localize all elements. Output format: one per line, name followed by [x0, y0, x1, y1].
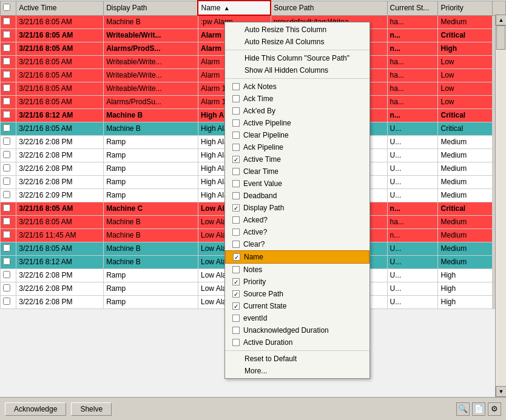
menu-item[interactable]: Active?: [225, 226, 369, 238]
header-current-state[interactable]: Current St...: [387, 1, 438, 15]
menu-item[interactable]: Active Time: [225, 153, 369, 165]
menu-item[interactable]: Event Value: [225, 178, 369, 190]
row-current-state: U...: [387, 188, 438, 202]
vertical-scrollbar[interactable]: ▲ ▼: [495, 15, 506, 397]
row-priority: Medium: [438, 162, 493, 175]
row-current-state: n...: [387, 42, 438, 55]
header-active-time[interactable]: Active Time: [16, 1, 104, 15]
row-checkbox-cell[interactable]: [1, 162, 16, 175]
scroll-thumb[interactable]: [496, 25, 505, 50]
search-icon-btn[interactable]: 🔍: [456, 402, 470, 416]
menu-item[interactable]: Active Duration: [225, 336, 369, 348]
menu-item[interactable]: Ack Time: [225, 93, 369, 105]
row-current-state: U...: [387, 242, 438, 255]
header-checkbox[interactable]: [1, 1, 16, 15]
menu-item[interactable]: Show All Hidden Columns: [225, 64, 369, 76]
row-display-path: Writeable/Write...: [104, 55, 198, 68]
menu-item[interactable]: Unacknowledged Duration: [225, 324, 369, 336]
row-checkbox-cell[interactable]: [1, 282, 16, 295]
scroll-up-arrow[interactable]: ▲: [496, 15, 506, 25]
row-checkbox-cell[interactable]: [1, 202, 16, 215]
menu-item-label: Priority: [243, 278, 266, 286]
row-checkbox-cell[interactable]: [1, 68, 16, 82]
row-display-path: Ramp: [104, 282, 198, 295]
row-current-state: U...: [387, 122, 438, 135]
menu-checkbox: [232, 119, 240, 127]
menu-item[interactable]: Notes: [225, 264, 369, 276]
row-checkbox-cell[interactable]: [1, 188, 16, 202]
header-display-path[interactable]: Display Path: [104, 1, 198, 15]
header-source-path[interactable]: Source Path: [271, 1, 387, 15]
row-checkbox-cell[interactable]: [1, 228, 16, 242]
row-display-path: Writeable/Write...: [104, 68, 198, 82]
row-checkbox-cell[interactable]: [1, 255, 16, 268]
row-active-time: 3/21/16 8:05 AM: [16, 242, 104, 255]
pages-icon-btn[interactable]: 📄: [472, 402, 485, 416]
menu-item[interactable]: More...: [225, 365, 369, 377]
row-checkbox-cell[interactable]: [1, 215, 16, 228]
row-checkbox-cell[interactable]: [1, 95, 16, 108]
menu-item[interactable]: Acked?: [225, 214, 369, 226]
menu-item-label: Ack'ed By: [243, 107, 275, 115]
shelve-button[interactable]: Shelve: [71, 402, 112, 416]
menu-item-label: Ack Time: [243, 95, 273, 103]
menu-item[interactable]: Reset to Default: [225, 353, 369, 365]
row-checkbox-cell[interactable]: [1, 15, 16, 28]
row-checkbox-cell[interactable]: [1, 268, 16, 282]
acknowledge-button[interactable]: Acknowledge: [5, 402, 66, 416]
row-checkbox-cell[interactable]: [1, 242, 16, 255]
menu-item-label: Acked?: [243, 216, 268, 224]
menu-checkbox: [232, 241, 240, 248]
row-current-state: n...: [387, 28, 438, 42]
row-active-time: 3/21/16 8:05 AM: [16, 15, 104, 28]
menu-item[interactable]: Ack Notes: [225, 81, 369, 93]
menu-item-label: Deadband: [243, 192, 277, 200]
row-checkbox-cell[interactable]: [1, 55, 16, 68]
menu-item[interactable]: Ack'ed By: [225, 105, 369, 117]
row-priority: Medium: [438, 215, 493, 228]
row-active-time: 3/22/16 2:08 PM: [16, 295, 104, 308]
menu-item[interactable]: Active Pipeline: [225, 117, 369, 129]
menu-checkbox: [232, 107, 240, 115]
row-checkbox-cell[interactable]: [1, 28, 16, 42]
row-active-time: 3/21/16 8:05 AM: [16, 68, 104, 82]
menu-item[interactable]: Display Path: [225, 202, 369, 214]
row-current-state: U...: [387, 268, 438, 282]
row-checkbox-cell[interactable]: [1, 135, 16, 148]
menu-item[interactable]: Hide This Column "Source Path": [225, 52, 369, 64]
menu-checkbox: [232, 180, 240, 187]
menu-item[interactable]: Name: [225, 250, 369, 264]
row-checkbox-cell[interactable]: [1, 148, 16, 162]
header-name[interactable]: Name ▲: [198, 1, 271, 15]
menu-item[interactable]: Auto Resize All Columns: [225, 36, 369, 48]
menu-item-label: More...: [245, 367, 267, 375]
menu-item[interactable]: Deadband: [225, 190, 369, 202]
row-checkbox-cell[interactable]: [1, 82, 16, 95]
scroll-down-arrow[interactable]: ▼: [496, 386, 506, 397]
row-checkbox-cell[interactable]: [1, 42, 16, 55]
menu-item[interactable]: Priority: [225, 276, 369, 288]
row-active-time: 3/22/16 2:08 PM: [16, 135, 104, 148]
menu-item[interactable]: eventId: [225, 312, 369, 324]
menu-item-label: Reset to Default: [245, 355, 297, 363]
row-checkbox-cell[interactable]: [1, 175, 16, 188]
menu-item[interactable]: Clear?: [225, 238, 369, 250]
menu-item[interactable]: Auto Resize This Column: [225, 24, 369, 36]
menu-item[interactable]: Source Path: [225, 288, 369, 300]
menu-item[interactable]: Clear Time: [225, 165, 369, 178]
menu-item-label: Auto Resize This Column: [245, 25, 326, 34]
menu-item[interactable]: Clear Pipeline: [225, 129, 369, 141]
header-priority[interactable]: Priority: [438, 1, 493, 15]
row-current-state: ha...: [387, 55, 438, 68]
scroll-track[interactable]: [496, 25, 506, 386]
settings-icon-btn[interactable]: ⚙: [488, 402, 501, 416]
row-checkbox-cell[interactable]: [1, 108, 16, 122]
row-priority: Medium: [438, 135, 493, 148]
row-checkbox-cell[interactable]: [1, 295, 16, 308]
row-checkbox-cell[interactable]: [1, 122, 16, 135]
row-priority: Critical: [438, 122, 493, 135]
row-display-path: Machine B: [104, 228, 198, 242]
menu-item[interactable]: Ack Pipeline: [225, 141, 369, 153]
row-active-time: 3/21/16 8:12 AM: [16, 255, 104, 268]
menu-item[interactable]: Current State: [225, 300, 369, 312]
